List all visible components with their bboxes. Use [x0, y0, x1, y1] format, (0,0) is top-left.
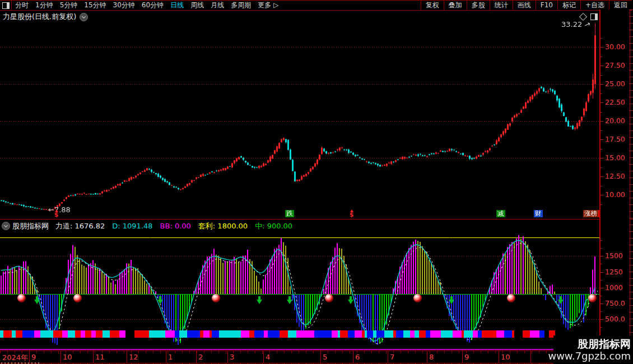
trading-app-window: { "toolbar": { "left_items": ["分时","1分钟"…	[0, 0, 633, 364]
sell-arrow-icon	[157, 296, 163, 305]
toolbar-item-F10[interactable]: F10	[536, 1, 557, 10]
period-menu: 分时1分钟5分钟15分钟30分钟60分钟日线周线月线多周期更多 ▷	[12, 1, 282, 10]
signal-ball-icon	[212, 294, 220, 302]
side-ruler[interactable]	[629, 10, 633, 364]
chart-title[interactable]: 力星股份(日线.前复权)	[3, 12, 76, 22]
toolbar-item-5分钟[interactable]: 5分钟	[57, 1, 81, 10]
main-chart-area	[0, 24, 599, 219]
signal-ball-icon	[507, 294, 515, 302]
pane-icon[interactable]	[590, 13, 598, 20]
window-layout-button[interactable]	[0, 1, 12, 10]
toolbar-item-+自选[interactable]: +自选	[580, 1, 609, 10]
indicator-minortick	[601, 256, 602, 256]
toolbar-item-多股[interactable]: 多股	[467, 1, 490, 10]
toolbar-item-30分钟[interactable]: 30分钟	[110, 1, 138, 10]
month-label-1: 1	[168, 353, 173, 361]
month-label-10: 10	[63, 353, 72, 361]
legend-item-力道: 力道: 1676.82	[55, 221, 105, 231]
month-divider	[462, 351, 463, 362]
toolbar-item-返回[interactable]: 返回	[609, 1, 632, 10]
price-minortick	[601, 149, 602, 150]
sell-arrow-icon	[348, 296, 353, 305]
legend-item-中: 中: 900.00	[255, 221, 292, 231]
month-label-4: 4	[266, 353, 270, 361]
month-label-9: 9	[31, 353, 36, 361]
month-divider	[353, 351, 353, 362]
month-label-2: 2	[198, 353, 203, 361]
sell-arrow-icon	[257, 296, 262, 305]
toolbar-item-多周期[interactable]: 多周期	[227, 1, 254, 10]
month-divider	[388, 351, 388, 362]
toolbar-item-60分钟[interactable]: 60分钟	[138, 1, 167, 10]
legend-dropdown-icon[interactable]	[2, 222, 10, 230]
price-minortick	[601, 57, 602, 57]
price-label: 27.50	[605, 61, 625, 69]
toolbar-item-月线[interactable]: 月线	[207, 1, 227, 10]
toolbar-item-日线[interactable]: 日线	[167, 1, 187, 10]
indicator-canvas	[0, 232, 599, 349]
toolbar-item-1分钟[interactable]: 1分钟	[32, 1, 57, 10]
price-minortick	[601, 75, 602, 76]
indicator-label: 1250	[605, 268, 623, 276]
price-label: 25.00	[605, 80, 625, 88]
indicator-minortick	[601, 319, 602, 320]
price-minortick	[601, 38, 602, 39]
dollar-sign: $	[350, 211, 354, 218]
indicator-minortick	[601, 311, 602, 312]
month-label-10: 10	[501, 353, 510, 361]
price-minortick	[601, 94, 602, 94]
toolbar-item-分时[interactable]: 分时	[12, 1, 32, 10]
sell-arrow-icon	[558, 296, 564, 305]
toolbar-item-标记[interactable]: 标记	[557, 1, 580, 10]
toolbar-item-周线[interactable]: 周线	[187, 1, 207, 10]
layout-icon	[2, 2, 10, 9]
event-marker-涨榜: 涨榜	[583, 210, 599, 217]
price-minortick	[601, 195, 602, 195]
panel-separator	[0, 219, 633, 220]
toolbar-item-更多 ▷[interactable]: 更多 ▷	[254, 1, 282, 10]
month-divider	[93, 351, 94, 362]
toolbar-item-复权[interactable]: 复权	[421, 1, 444, 10]
toolbar-item-叠加[interactable]: 叠加	[444, 1, 467, 10]
price-minortick	[601, 139, 602, 140]
low-annotation: ←7.88	[48, 206, 71, 214]
high-annotation: 33.22 →	[561, 20, 590, 29]
month-divider	[427, 351, 427, 362]
indicator-minortick	[601, 240, 602, 241]
price-label: 17.50	[605, 135, 625, 143]
price-minortick	[601, 112, 602, 113]
price-label: 22.50	[605, 98, 625, 106]
month-divider	[196, 351, 197, 362]
signal-ball-icon	[73, 294, 82, 302]
month-label-3: 3	[230, 353, 234, 361]
indicator-minortick	[601, 288, 602, 288]
month-label-8: 8	[429, 353, 434, 361]
chart-titlebar: 力星股份(日线.前复权)	[0, 10, 602, 24]
event-marker-财: 财	[534, 210, 543, 217]
indicator-minortick	[601, 264, 602, 264]
month-label-11: 11	[95, 353, 105, 361]
indicator-label: 1000	[605, 283, 623, 292]
legend-item-D: D: 1091.48	[112, 222, 152, 230]
month-label-12: 12	[129, 353, 138, 361]
price-label: 10.00	[605, 190, 625, 199]
event-marker-跌: 跌	[285, 210, 294, 217]
magenta-separator	[0, 349, 599, 350]
price-minortick	[601, 121, 602, 122]
event-marker-$: $	[54, 209, 59, 217]
indicator-label: 750.0	[605, 299, 625, 307]
price-minortick	[601, 102, 602, 103]
toolbar-item-15分钟[interactable]: 15分钟	[81, 1, 109, 10]
high-annotation-text: 33.22	[561, 20, 582, 29]
legend-item-套利: 套利: 1800.00	[198, 221, 248, 231]
price-label: 20.00	[605, 116, 625, 125]
toolbar-item-画线[interactable]: 画线	[513, 1, 536, 10]
diamond-icon[interactable]	[579, 13, 587, 21]
month-label-6: 6	[355, 353, 360, 361]
dollar-sign: $	[54, 211, 59, 218]
month-divider	[227, 351, 228, 362]
month-divider	[499, 351, 499, 362]
month-label-7: 7	[390, 353, 394, 361]
title-dropdown-icon[interactable]	[80, 13, 88, 21]
toolbar-item-统计[interactable]: 统计	[490, 1, 513, 10]
